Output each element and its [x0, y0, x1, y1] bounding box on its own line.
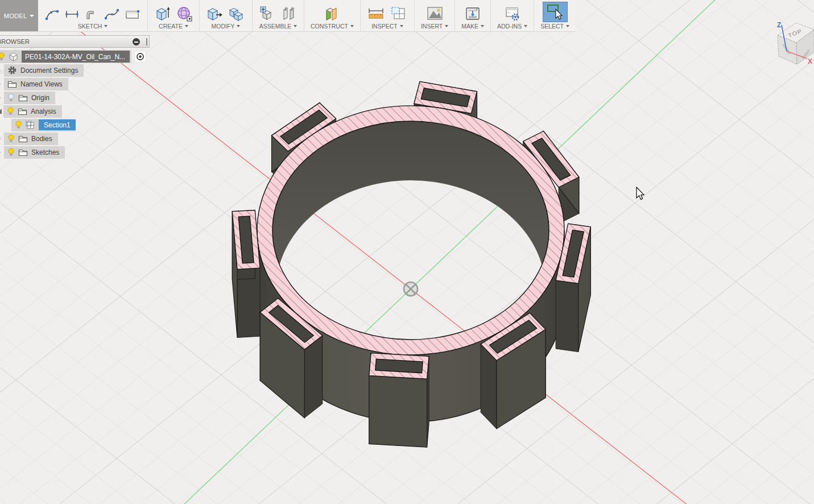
- section-analysis-icon: [26, 121, 35, 130]
- toolbar-group-make: MAKE: [455, 0, 491, 31]
- tree-row-analysis[interactable]: Analysis: [0, 105, 150, 118]
- construction-plane-icon[interactable]: [323, 5, 341, 22]
- application-window: TOP FRONT RIGHT Z X MODEL: [0, 0, 814, 504]
- assemble-menu[interactable]: ASSEMBLE: [259, 23, 297, 30]
- tree-item-label: Origin: [31, 94, 49, 102]
- tree-item-label: Document Settings: [20, 67, 78, 75]
- insert-menu[interactable]: INSERT: [421, 23, 448, 30]
- selected-tree-item-label[interactable]: Section1: [39, 119, 76, 130]
- chevron-right-icon[interactable]: [0, 81, 2, 88]
- lightbulb-on-icon[interactable]: [7, 134, 15, 143]
- chevron-down-icon: [30, 15, 34, 17]
- folder-icon: [18, 148, 28, 156]
- chevron-down-icon: [294, 25, 297, 27]
- svg-text:>-: >-: [507, 11, 511, 15]
- z-axis-label: Z: [777, 21, 781, 29]
- root-component-label[interactable]: PE01-14-302A-MV_Oil_Can_N...: [22, 51, 130, 63]
- select-menu[interactable]: SELECT: [540, 23, 569, 30]
- three-point-arc-icon[interactable]: [44, 7, 60, 22]
- add-ins-menu-label: ADD-INS: [497, 23, 522, 30]
- new-component-icon[interactable]: [259, 5, 276, 22]
- spline-icon[interactable]: [104, 7, 119, 22]
- rectangle-icon[interactable]: [124, 7, 141, 22]
- folder-icon: [18, 107, 27, 115]
- chevron-down-icon: [445, 25, 448, 27]
- inspect-menu[interactable]: INSPECT: [371, 23, 403, 30]
- toolbar-group-modify: MODIFY: [200, 0, 253, 31]
- activate-component-radio[interactable]: [134, 51, 146, 63]
- attached-canvas-icon[interactable]: [425, 5, 444, 22]
- toolbar-group-add-ins: >- ADD-INS: [491, 0, 534, 31]
- press-pull-icon[interactable]: [206, 5, 223, 22]
- select-menu-label: SELECT: [540, 23, 564, 30]
- lightbulb-on-icon[interactable]: [0, 52, 5, 61]
- sketch-menu[interactable]: SKETCH: [78, 23, 108, 30]
- folder-icon: [7, 80, 17, 88]
- toolbar-group-create: CREATE: [148, 0, 200, 31]
- sketch-dimension-icon[interactable]: [64, 7, 80, 22]
- select-cursor-icon[interactable]: [543, 2, 568, 22]
- construct-menu-label: CONSTRUCT: [311, 23, 348, 30]
- form-icon[interactable]: [176, 5, 193, 22]
- offset-icon[interactable]: [84, 7, 100, 22]
- origin-marker[interactable]: [404, 282, 418, 296]
- lightbulb-on-icon[interactable]: [15, 121, 22, 129]
- x-axis-label: X: [808, 57, 812, 65]
- modify-menu[interactable]: MODIFY: [212, 23, 241, 30]
- construct-menu[interactable]: CONSTRUCT: [311, 23, 354, 30]
- chevron-down-icon: [237, 25, 240, 27]
- lightbulb-on-icon[interactable]: [7, 107, 14, 115]
- assemble-menu-label: ASSEMBLE: [259, 23, 292, 30]
- lightbulb-on-icon[interactable]: [7, 148, 15, 156]
- toolbar-group-assemble: ASSEMBLE: [253, 0, 304, 31]
- toolbar-group-select: SELECT: [534, 0, 576, 31]
- toolbar-group-sketch: SKETCH: [38, 0, 148, 31]
- chevron-right-icon[interactable]: [0, 135, 2, 142]
- gear-icon: [7, 65, 17, 75]
- panel-grip-icon: [146, 38, 147, 46]
- browser-panel-header[interactable]: BROWSER: [0, 35, 150, 48]
- create-menu[interactable]: CREATE: [159, 23, 188, 30]
- create-menu-label: CREATE: [159, 23, 183, 30]
- chevron-down-icon: [104, 25, 108, 27]
- toolbar-group-construct: CONSTRUCT: [304, 0, 361, 31]
- chevron-expanded-icon[interactable]: [0, 109, 2, 114]
- extrude-icon[interactable]: [154, 5, 171, 22]
- inspect-menu-label: INSPECT: [371, 23, 398, 30]
- tree-item-label: Analysis: [31, 108, 56, 115]
- lightbulb-off-icon[interactable]: [7, 93, 15, 102]
- folder-icon: [18, 134, 28, 143]
- sketch-menu-label: SKETCH: [78, 23, 102, 30]
- scripts-add-ins-icon[interactable]: >-: [503, 5, 522, 22]
- chevron-down-icon: [481, 25, 484, 27]
- folder-icon: [18, 93, 28, 102]
- tree-row-named-views[interactable]: Named Views: [0, 77, 150, 90]
- tree-row-bodies[interactable]: Bodies: [0, 132, 150, 145]
- make-menu-label: MAKE: [461, 23, 478, 30]
- combine-icon[interactable]: [228, 5, 246, 22]
- chevron-right-icon[interactable]: [0, 94, 2, 101]
- make-menu[interactable]: MAKE: [461, 23, 484, 30]
- tree-row-root-component[interactable]: PE01-14-302A-MV_Oil_Can_N...: [0, 50, 150, 63]
- chevron-right-icon[interactable]: [0, 149, 2, 156]
- tree-row-origin[interactable]: Origin: [0, 91, 150, 104]
- tree-row-section1[interactable]: Section1: [11, 118, 150, 131]
- chevron-down-icon: [524, 25, 527, 27]
- chevron-right-icon[interactable]: [0, 67, 2, 74]
- component-cube-icon: [9, 52, 18, 61]
- add-ins-menu[interactable]: ADD-INS: [497, 23, 527, 30]
- collapse-panel-button[interactable]: [133, 38, 140, 46]
- chevron-down-icon: [185, 25, 188, 27]
- print-3d-icon[interactable]: [464, 5, 481, 22]
- tree-item-label: Named Views: [20, 80, 63, 88]
- main-toolbar: MODEL: [0, 0, 576, 32]
- toolbar-group-insert: INSERT: [415, 0, 455, 31]
- measure-icon[interactable]: [367, 5, 385, 22]
- joint-icon[interactable]: [280, 5, 297, 22]
- tree-row-sketches[interactable]: Sketches: [0, 146, 150, 159]
- section-analysis-icon[interactable]: [390, 5, 408, 22]
- workspace-label: MODEL: [4, 13, 27, 19]
- tree-row-document-settings[interactable]: Document Settings: [0, 64, 150, 77]
- insert-menu-label: INSERT: [421, 23, 443, 30]
- workspace-switcher[interactable]: MODEL: [0, 0, 38, 31]
